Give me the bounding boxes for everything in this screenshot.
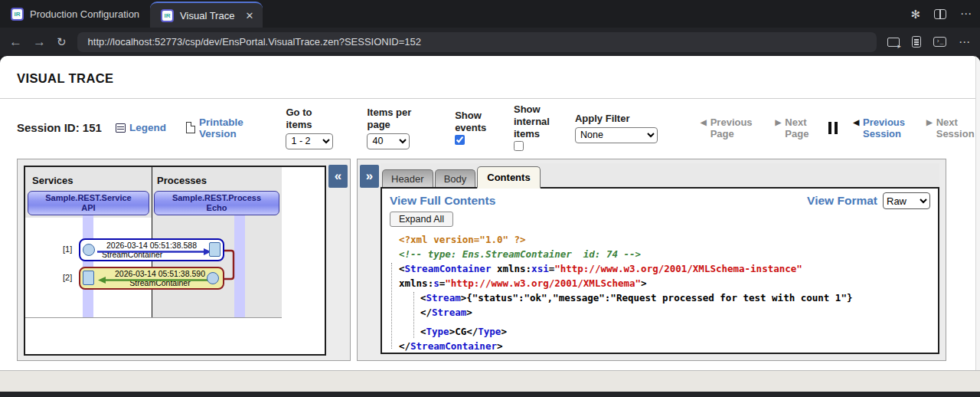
process-node[interactable]: Sample.REST.ProcessEcho bbox=[154, 191, 279, 215]
tree-guide-line bbox=[391, 263, 392, 349]
legend-icon bbox=[116, 123, 126, 133]
show-internal-label: Show internal items bbox=[514, 103, 550, 139]
goto-items-group: Go to items 1 - 2 bbox=[286, 107, 333, 149]
xml-line: </StreamContainer> bbox=[394, 339, 930, 353]
iris-favicon-icon: IR bbox=[161, 9, 174, 22]
goto-items-select[interactable]: 1 - 2 bbox=[286, 133, 333, 149]
browser-tab-production-configuration[interactable]: IR Production Configuration bbox=[0, 0, 150, 28]
urlbar-menu-icon[interactable]: ⋯ bbox=[959, 35, 971, 49]
triangle-right-icon: ▶ bbox=[776, 116, 782, 128]
message-connector-line bbox=[223, 248, 237, 282]
show-internal-checkbox[interactable] bbox=[514, 141, 524, 151]
pause-button[interactable] bbox=[828, 122, 838, 134]
details-tab-strip: Header Body Contents bbox=[381, 163, 939, 189]
tree-guide-line bbox=[413, 292, 414, 338]
toolbar: Session ID: 151 Legend Printable Version… bbox=[0, 99, 980, 156]
xml-line: <!-- type: Ens.StreamContainer id: 74 --… bbox=[394, 247, 930, 261]
previous-page-button[interactable]: ◀ Previous Page bbox=[701, 116, 753, 139]
page-scrollbar[interactable] bbox=[975, 56, 980, 370]
printable-version-link[interactable]: Printable Version bbox=[186, 116, 257, 139]
message-target-box bbox=[83, 271, 94, 285]
message-target-box bbox=[209, 242, 220, 257]
next-page-button[interactable]: ▶ Next Page bbox=[776, 116, 809, 139]
screenshot-tool-icon[interactable] bbox=[887, 38, 900, 47]
reload-icon[interactable]: ↻ bbox=[57, 35, 67, 49]
browser-url-bar: ← → ↻ http://localhost:52773/csp/dev/Ens… bbox=[0, 28, 980, 56]
contents-pane: View Full Contents View Format Raw Expan… bbox=[381, 189, 939, 354]
items-per-page-label: Items per page bbox=[367, 107, 411, 130]
trace-panel: « Services Processes Sample.REST.Service… bbox=[17, 159, 351, 361]
xml-line: </Stream> bbox=[394, 305, 930, 320]
visual-trace-page: VISUAL TRACE Session ID: 151 Legend Prin… bbox=[0, 56, 980, 370]
show-internal-checkbox-group: Show internal items bbox=[514, 103, 550, 153]
legend-link[interactable]: Legend bbox=[116, 122, 166, 133]
page-header: VISUAL TRACE bbox=[0, 56, 980, 99]
forward-icon[interactable]: → bbox=[33, 34, 46, 50]
view-format-select[interactable]: Raw bbox=[883, 192, 930, 209]
details-panel: » Header Body Contents View Full Content… bbox=[357, 159, 946, 361]
message-source-dot bbox=[83, 244, 95, 256]
tab-header[interactable]: Header bbox=[382, 169, 433, 187]
extension-logo-icon[interactable]: ✻ bbox=[910, 8, 920, 20]
message-1[interactable]: 2026-03-14 05:51:38.588 StreamContainer bbox=[79, 238, 224, 261]
column-title-processes: Processes bbox=[157, 175, 207, 186]
back-icon[interactable]: ← bbox=[9, 34, 22, 50]
items-per-page-select[interactable]: 40 bbox=[367, 133, 410, 149]
xml-line: <Type>CG</Type> bbox=[394, 324, 930, 339]
page-title: VISUAL TRACE bbox=[17, 71, 113, 86]
view-format-label: View Format bbox=[807, 194, 877, 208]
message-source-dot bbox=[207, 272, 219, 284]
message-index: [1] bbox=[63, 244, 72, 254]
tab-close-icon[interactable]: ✕ bbox=[245, 10, 253, 21]
xml-line: <Stream>{"status":"ok","message":"Reques… bbox=[394, 290, 930, 305]
apply-filter-group: Apply Filter None bbox=[575, 113, 658, 143]
window-bottom-bar bbox=[0, 392, 980, 397]
message-index: [2] bbox=[63, 273, 72, 282]
show-events-checkbox-group: Show events bbox=[455, 110, 497, 146]
previous-session-button[interactable]: ◀ Previous Session bbox=[853, 116, 905, 139]
browser-tab-visual-trace[interactable]: IR Visual Trace ✕ bbox=[150, 2, 263, 28]
split-view-icon[interactable] bbox=[934, 9, 946, 19]
tab-contents[interactable]: Contents bbox=[477, 166, 540, 189]
xml-line: <StreamContainer xmlns:xsi="http://www.w… bbox=[394, 261, 930, 276]
apply-filter-select[interactable]: None bbox=[575, 127, 658, 143]
next-session-button[interactable]: ▶ Next Session bbox=[926, 116, 972, 139]
url-text: http://localhost:52773/csp/dev/EnsPortal… bbox=[88, 36, 421, 48]
iris-favicon-icon: IR bbox=[11, 8, 24, 21]
notes-icon[interactable] bbox=[912, 36, 921, 48]
show-events-label: Show events bbox=[455, 110, 486, 133]
triangle-left-icon: ◀ bbox=[853, 116, 859, 128]
status-footer bbox=[0, 370, 980, 392]
triangle-left-icon: ◀ bbox=[701, 116, 707, 128]
printable-page-icon bbox=[186, 122, 195, 133]
expand-all-button[interactable]: Expand All bbox=[390, 212, 453, 227]
url-field[interactable]: http://localhost:52773/csp/dev/EnsPortal… bbox=[77, 32, 877, 52]
tab-title: Visual Trace bbox=[180, 10, 234, 21]
content-area: « Services Processes Sample.REST.Service… bbox=[0, 156, 980, 361]
xml-line: xmlns:s="http://www.w3.org/2001/XMLSchem… bbox=[394, 276, 930, 290]
tab-body[interactable]: Body bbox=[435, 169, 476, 187]
column-title-services: Services bbox=[32, 175, 74, 186]
terminal-icon[interactable]: ›_ bbox=[933, 37, 946, 47]
tab-title: Production Configuration bbox=[30, 8, 139, 20]
items-per-page-group: Items per page 40 bbox=[367, 107, 427, 149]
collapse-panel-button[interactable]: « bbox=[328, 165, 348, 188]
goto-items-label: Go to items bbox=[286, 107, 312, 130]
response-arrow-icon bbox=[97, 277, 212, 284]
message-2[interactable]: 2026-03-14 05:51:38.590 StreamContainer bbox=[79, 267, 224, 290]
view-full-contents-link[interactable]: View Full Contents bbox=[390, 194, 495, 208]
apply-filter-label: Apply Filter bbox=[575, 113, 630, 124]
browser-menu-icon[interactable]: ⋯ bbox=[960, 7, 972, 21]
browser-tab-bar: IR Production Configuration IR Visual Tr… bbox=[0, 0, 980, 28]
xml-line: <?xml version="1.0" ?> bbox=[394, 232, 930, 247]
show-events-checkbox[interactable] bbox=[455, 135, 465, 145]
lane-bottom-line bbox=[25, 317, 282, 318]
triangle-right-icon: ▶ bbox=[926, 116, 933, 128]
session-id-label: Session ID: 151 bbox=[17, 121, 102, 134]
service-node[interactable]: Sample.REST.ServiceAPI bbox=[28, 191, 149, 215]
expand-panel-button[interactable]: » bbox=[360, 165, 379, 188]
xml-content: <?xml version="1.0" ?><!-- type: Ens.Str… bbox=[390, 232, 930, 353]
trace-diagram: Services Processes Sample.REST.ServiceAP… bbox=[24, 166, 326, 356]
request-arrow-icon bbox=[97, 248, 212, 255]
browser-chrome: IR Production Configuration IR Visual Tr… bbox=[0, 0, 980, 56]
